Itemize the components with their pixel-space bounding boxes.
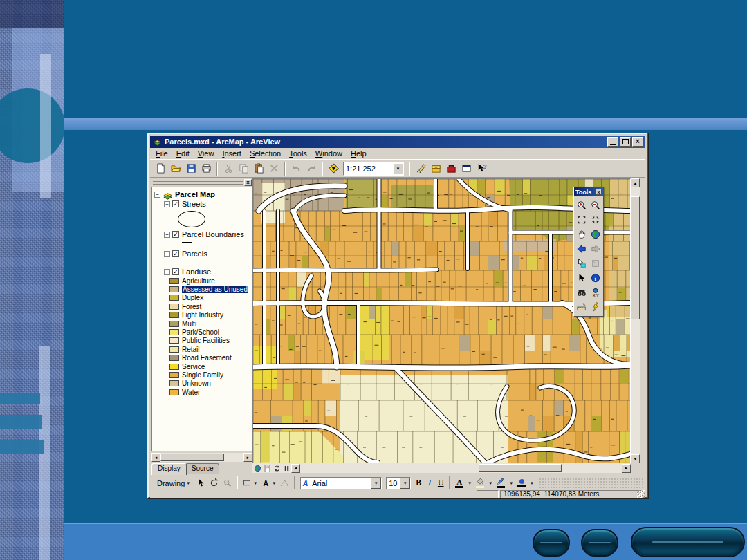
font-color-button[interactable]: A [453,477,465,489]
chevron-down-icon[interactable]: ▼ [507,477,515,489]
identify-tool[interactable]: i [589,271,602,284]
arccatalog-button[interactable] [428,161,443,176]
toc-scroll-thumb[interactable] [160,454,224,461]
legend-swatch[interactable] [169,312,179,318]
legend-swatch[interactable] [169,346,179,353]
scroll-right-icon[interactable]: ► [243,453,252,462]
font-size-combo[interactable]: 10 ▼ [386,477,411,489]
minimize-button[interactable] [607,137,618,147]
legend-item[interactable]: Agriculture [154,277,252,285]
command-line-button[interactable] [459,161,474,176]
map-hscroll-thumb[interactable] [479,464,562,472]
select-features-tool[interactable] [575,256,589,270]
legend-swatch[interactable] [169,355,179,361]
streets-symbol[interactable] [178,211,205,227]
fixed-zoom-out-tool[interactable] [589,213,602,226]
full-extent-tool[interactable] [589,227,602,241]
layer-checkbox[interactable]: ✓ [172,200,179,207]
collapse-icon[interactable]: − [164,269,170,275]
pan-tool[interactable] [575,227,589,241]
collapse-icon[interactable]: − [164,232,170,238]
delete-button[interactable] [266,161,282,176]
chevron-down-icon[interactable]: ▼ [465,477,474,489]
pause-drawing-button[interactable] [282,464,291,473]
edit-vertices-button[interactable] [278,477,291,489]
zoom-to-selected-button[interactable] [221,477,234,489]
layout-view-button[interactable] [262,464,272,473]
layer-checkbox[interactable]: ✓ [172,250,179,257]
undo-button[interactable] [288,161,304,176]
new-rectangle-button[interactable]: ▼ [241,477,259,489]
layer-checkbox[interactable]: ✓ [172,268,179,275]
collapse-icon[interactable]: − [154,192,160,198]
arctoolbox-button[interactable] [443,161,459,176]
tab-display[interactable]: Display [151,463,187,475]
zoom-out-tool[interactable] [589,198,602,212]
new-document-button[interactable] [153,161,168,176]
legend-item[interactable]: Park/School [154,328,252,336]
italic-button[interactable]: I [424,477,435,489]
go-to-xy-tool[interactable]: X Y [589,286,602,299]
legend-item[interactable]: Duplex [154,294,252,302]
menu-insert[interactable]: Insert [218,149,246,158]
menu-help[interactable]: Help [347,149,371,158]
legend-swatch[interactable] [169,364,179,370]
legend-swatch[interactable] [169,321,179,327]
legend-swatch[interactable] [169,329,179,335]
map-vertical-scrollbar[interactable]: ▲ ▼ [631,178,640,463]
toc-item-parcel-boundaries[interactable]: −✓Parcel Boundaries [154,230,252,239]
legend-item[interactable]: Public Facilities [154,337,252,345]
cut-button[interactable] [221,161,236,176]
title-bar[interactable]: Parcels.mxd - ArcMap - ArcView × [150,136,645,148]
drawing-menu-button[interactable]: Drawing ▼ [153,479,194,487]
menu-file[interactable]: File [151,149,172,158]
collapse-icon[interactable]: − [164,251,170,257]
menu-edit[interactable]: Edit [172,149,194,158]
measure-tool[interactable] [575,300,589,313]
paste-button[interactable] [251,161,266,176]
line-color-button[interactable] [495,477,507,489]
map-scale-combo[interactable]: 1:21 252▼ [343,162,404,176]
fixed-zoom-in-tool[interactable] [575,213,589,226]
open-folder-button[interactable] [168,161,183,176]
scroll-left-icon[interactable]: ◄ [291,464,300,473]
legend-swatch[interactable] [169,389,179,395]
toc-item-streets[interactable]: −✓Streets [154,199,252,209]
print-button[interactable] [199,161,214,176]
scroll-left-icon[interactable]: ◄ [151,453,160,462]
toc-horizontal-scrollbar[interactable]: ◄ ► [151,453,252,462]
legend-swatch[interactable] [169,372,179,378]
save-button[interactable] [183,161,199,176]
new-text-button[interactable]: A▼ [259,477,278,489]
copy-button[interactable] [236,161,251,176]
legend-swatch[interactable] [169,380,179,386]
map-vscroll-thumb[interactable] [631,196,640,319]
legend-item[interactable]: Assessed as Unused [154,285,252,293]
scroll-right-icon[interactable]: ► [622,464,631,473]
window-resize-grip[interactable] [637,490,645,498]
select-elements-tool[interactable] [575,271,589,284]
scroll-up-icon[interactable]: ▲ [631,178,640,187]
legend-item[interactable]: Water [154,388,252,396]
legend-item[interactable]: Light Industry [154,311,252,319]
legend-item[interactable]: Unknown [154,380,252,388]
legend-swatch[interactable] [169,337,179,344]
legend-swatch[interactable] [169,295,179,301]
fill-color-button[interactable] [474,477,486,489]
bold-button[interactable]: B [413,477,424,489]
go-forward-extent-tool[interactable] [589,242,602,255]
zoom-in-tool[interactable] [575,198,589,212]
chevron-down-icon[interactable]: ▼ [400,478,410,489]
redo-button[interactable] [304,161,319,176]
chevron-down-icon[interactable]: ▼ [393,163,403,174]
map-horizontal-scrollbar[interactable]: ◄ ► [252,463,631,473]
data-view-button[interactable] [252,464,262,473]
underline-button[interactable]: U [435,477,446,489]
chevron-down-icon[interactable]: ▼ [528,477,536,489]
tab-source[interactable]: Source [185,463,220,474]
legend-item[interactable]: Single Family [154,371,252,379]
rotate-element-button[interactable] [208,477,221,489]
legend-item[interactable]: Multi [154,319,252,328]
legend-item[interactable]: Forest [154,302,252,310]
close-button[interactable]: × [632,137,643,147]
